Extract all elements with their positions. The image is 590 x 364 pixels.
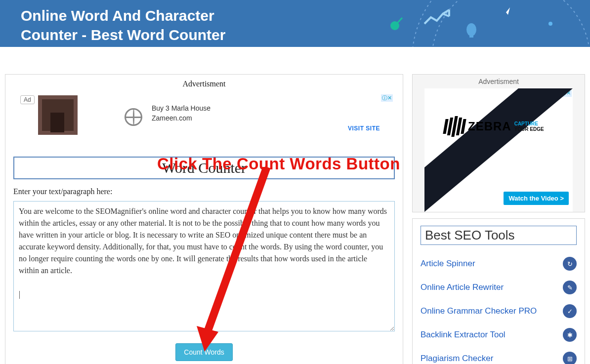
ad-label: Advertisment (13, 80, 395, 88)
watch-video-button[interactable]: Watch the Video > (504, 192, 569, 205)
spinner-icon: ↻ (563, 257, 577, 271)
tool-link-plagiarism-checker[interactable]: Plagiarism Checker ⊞ (421, 347, 577, 364)
svg-line-3 (395, 18, 402, 26)
sidebar-ad-container: Advertisment ⓘ✕ ZEBRA (412, 74, 585, 212)
ad-thumbnail (38, 95, 78, 135)
rewriter-icon: ✎ (563, 281, 577, 294)
tool-link-article-rewriter[interactable]: Online Article Rewriter ✎ (421, 276, 577, 299)
tool-link-grammar-checker[interactable]: Online Grammar Checker PRO ✓ (421, 299, 577, 323)
tool-link-backlink-extractor[interactable]: Backlink Extractor Tool ✱ (421, 323, 577, 347)
main-ad-banner[interactable]: Ad Buy 3 Marla House Zameen.com VISIT SI… (13, 91, 395, 146)
svg-rect-7 (469, 35, 473, 38)
page-header: Online Word And Character Counter - Best… (0, 0, 590, 47)
zebra-logo: ZEBRA CAPTURE YOUR EDGE (444, 116, 544, 137)
tool-link-label: Online Grammar Checker PRO (421, 306, 537, 316)
grammar-icon: ✓ (563, 304, 577, 318)
backlink-icon: ✱ (563, 328, 577, 342)
seo-tools-title: Best SEO Tools (421, 226, 577, 245)
svg-point-0 (432, 0, 590, 47)
sidebar-column: Advertisment ⓘ✕ ZEBRA (412, 74, 585, 364)
zebra-stripes-icon (444, 116, 465, 137)
count-words-button[interactable]: Count Words (175, 343, 232, 361)
tool-link-label: Article Spinner (421, 259, 475, 269)
text-input[interactable] (13, 201, 395, 331)
zebra-tagline: CAPTURE YOUR EDGE (514, 121, 544, 132)
textarea-label: Enter your text/paragraph here: (13, 187, 395, 196)
tool-link-label: Backlink Extractor Tool (421, 330, 506, 340)
svg-point-6 (466, 23, 476, 36)
tool-link-article-spinner[interactable]: Article Spinner ↻ (421, 252, 577, 276)
plagiarism-icon: ⊞ (563, 352, 577, 364)
main-column: Advertisment Ad Buy 3 Marla House Zameen… (5, 74, 403, 364)
ad-headline: Buy 3 Marla House (152, 104, 211, 112)
sidebar-ad-banner[interactable]: ⓘ✕ ZEBRA CAPTURE (424, 88, 573, 212)
header-decoration (353, 0, 590, 47)
tool-title: Word Counter (13, 157, 395, 179)
ad-info-close-icon[interactable]: ⓘ✕ (381, 94, 393, 102)
zebra-brand-text: ZEBRA (468, 120, 511, 133)
sidebar-ad-label: Advertisment (413, 78, 585, 85)
globe-icon (125, 108, 142, 126)
ad-badge: Ad (20, 95, 35, 104)
ad-source: Zameen.com (152, 114, 192, 122)
seo-tools-panel: Best SEO Tools Article Spinner ↻ Online … (412, 218, 585, 364)
page-title: Online Word And Character Counter - Best… (21, 6, 268, 44)
svg-line-4 (443, 10, 449, 14)
svg-point-2 (390, 21, 399, 30)
ad-visit-link[interactable]: VISIT SITE (348, 125, 380, 132)
tool-link-label: Online Article Rewriter (421, 283, 504, 292)
svg-point-1 (412, 0, 590, 47)
svg-point-8 (548, 22, 552, 26)
tool-link-label: Plagiarism Checker (421, 354, 493, 364)
